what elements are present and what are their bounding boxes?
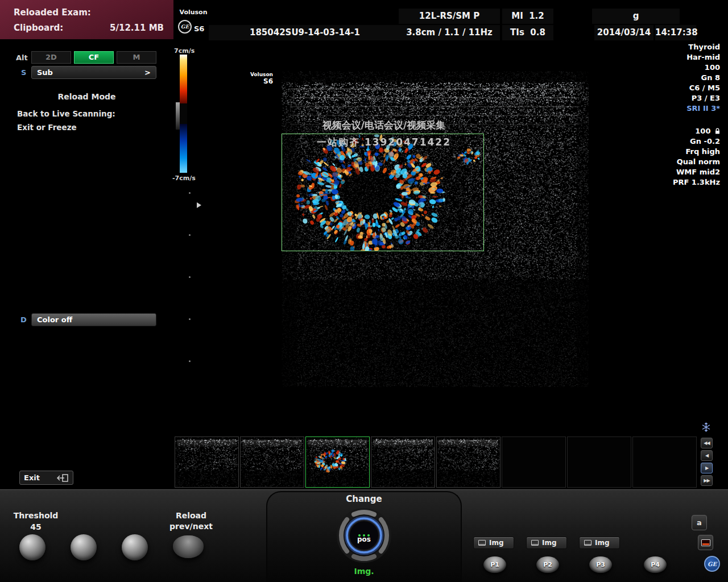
change-label: Change — [318, 494, 410, 504]
param-cf-prf: PRF 1.3kHz — [673, 177, 720, 188]
advert-watermark-line2: 一站购齐 13920471422 — [282, 136, 486, 149]
probe-watermark: Voluson S6 — [242, 72, 273, 85]
hint-line-1: Back to Live Scanning: — [17, 109, 115, 118]
thumbnail-slot-empty[interactable] — [502, 436, 566, 488]
section-title: Reload Mode — [0, 92, 173, 101]
thumbnail-slot-empty[interactable] — [567, 436, 631, 488]
lock-icon — [715, 128, 720, 134]
hospital-id: g — [592, 9, 680, 24]
rotary-knob-3[interactable] — [122, 534, 148, 560]
color-off-label: Color off — [37, 315, 72, 324]
date-display: 2014/03/14 — [594, 25, 653, 40]
rotary-knob-1[interactable] — [19, 534, 46, 560]
a-key[interactable]: a — [692, 515, 707, 530]
velocity-scale-top: 7cm/s — [174, 47, 195, 55]
filmstrip-first-button[interactable]: ◀◀ — [701, 438, 713, 448]
thumbnail-1[interactable] — [175, 436, 239, 488]
mi-label: MI — [511, 11, 523, 21]
param-p3-e3: P3 / E3 — [673, 93, 720, 103]
sub-dropdown[interactable]: Sub > — [31, 66, 156, 79]
panel-highlight — [0, 489, 728, 490]
snowflake-freeze-icon — [701, 422, 711, 432]
exit-return-icon — [56, 473, 69, 483]
trackball-top-arc-key — [354, 512, 374, 514]
param-cf-wmf: WMF mid2 — [673, 167, 720, 177]
param-cf-frq: Frq high — [673, 147, 720, 157]
threshold-value: 45 — [10, 522, 61, 531]
trackball-bottom-arc-key — [354, 556, 374, 559]
clipboard-filmstrip — [173, 434, 728, 489]
thumbnail-slot-empty[interactable] — [632, 436, 697, 488]
param-cf-quality: Qual norm — [673, 157, 720, 167]
img-button-2-label: Img — [542, 539, 557, 547]
thumbnail-image — [437, 437, 500, 487]
param-cf-power: 100 — [673, 126, 720, 136]
velocity-scale-bottom: -7cm/s — [172, 174, 196, 182]
rotary-knob-2[interactable] — [71, 534, 97, 560]
clipboard-usage: 5/12.11 MB — [110, 23, 164, 33]
thumbnail-2[interactable] — [240, 436, 304, 488]
filmstrip-prev-button[interactable]: ◀ — [701, 450, 713, 461]
s-label: S — [21, 68, 26, 77]
img-button-2[interactable]: Img — [526, 537, 567, 549]
exit-button-label: Exit — [24, 473, 40, 482]
reload-label: Reload — [167, 511, 216, 520]
p1-button[interactable]: P1 — [483, 556, 506, 573]
reload-prev-next-knob[interactable] — [173, 535, 204, 558]
exam-header: Reloaded Exam: Clipboard: 5/12.11 MB — [0, 0, 173, 40]
filmstrip-next-button[interactable]: ▶ — [701, 463, 713, 473]
advert-watermark: 视频会议/电话会议/视频采集 一站购齐 13920471422 — [282, 119, 486, 149]
ge-menu-key[interactable]: GE — [704, 556, 720, 572]
thumbnail-4[interactable] — [371, 436, 435, 488]
mode-button-cf[interactable]: CF — [74, 51, 114, 64]
image-icon — [531, 540, 539, 546]
depth-tick — [189, 276, 191, 278]
gray-scale-bar — [176, 102, 180, 130]
thumbnail-5[interactable] — [436, 436, 500, 488]
trackball-assignment-label: Img. — [330, 567, 398, 576]
probe-watermark-brand: Voluson — [242, 72, 273, 77]
scan-settings: 3.8cm / 1.1 / 11Hz — [399, 25, 500, 40]
img-button-3[interactable]: Img — [579, 537, 620, 549]
color-off-button[interactable]: Color off — [31, 313, 156, 326]
probe-name: 12L-RS/SM P — [399, 9, 500, 24]
colorbar-negative — [180, 124, 187, 173]
mi-readout: MI 1.2 — [502, 9, 553, 24]
status-bar: Voluson GE S6 185042SU9-14-03-14-1 12L-R… — [173, 9, 728, 41]
doppler-color-bar — [180, 55, 187, 173]
advert-watermark-line1: 视频会议/电话会议/视频采集 — [282, 119, 486, 132]
clipboard-monitor-key[interactable] — [698, 535, 713, 550]
focus-marker[interactable] — [197, 202, 201, 208]
mi-value: 1.2 — [529, 11, 544, 21]
p4-button[interactable]: P4 — [644, 556, 667, 573]
img-button-3-label: Img — [595, 539, 610, 547]
image-icon — [478, 540, 486, 546]
brand-label: Voluson — [177, 9, 210, 16]
filmstrip-last-button[interactable]: ▶▶ — [701, 475, 713, 486]
mode-button-m[interactable]: M — [117, 51, 156, 64]
hint-line-2: Exit or Freeze — [17, 123, 77, 132]
time-display: 14:17:38 — [655, 25, 696, 40]
exit-button[interactable]: Exit — [19, 471, 73, 485]
colorbar-baseline — [180, 103, 187, 124]
chevron-right-icon: > — [144, 68, 151, 77]
param-sri: SRI II 3* — [673, 103, 720, 114]
depth-tick — [189, 318, 191, 320]
param-c6-m5: C6 / M5 — [673, 83, 720, 93]
thumbnail-image — [175, 437, 238, 487]
ultrasound-console-screen: Reloaded Exam: Clipboard: 5/12.11 MB Vol… — [0, 0, 728, 582]
param-application: Thyroid — [673, 42, 720, 52]
param-cf-gain: Gn -0.2 — [673, 136, 720, 147]
p3-button[interactable]: P3 — [589, 556, 612, 573]
img-button-1[interactable]: Img — [473, 537, 514, 549]
alt-label: Alt — [16, 53, 28, 62]
exam-id: 185042SU9-14-03-14-1 — [209, 25, 401, 40]
trackball-mode-label: pos — [353, 535, 375, 543]
image-icon — [584, 540, 592, 546]
thumbnail-3-selected[interactable] — [305, 436, 370, 488]
img-button-1-label: Img — [489, 539, 504, 547]
p2-button[interactable]: P2 — [536, 556, 559, 573]
color-roi-box[interactable] — [282, 134, 484, 251]
depth-tick — [189, 192, 191, 194]
mode-button-2d[interactable]: 2D — [31, 51, 71, 64]
